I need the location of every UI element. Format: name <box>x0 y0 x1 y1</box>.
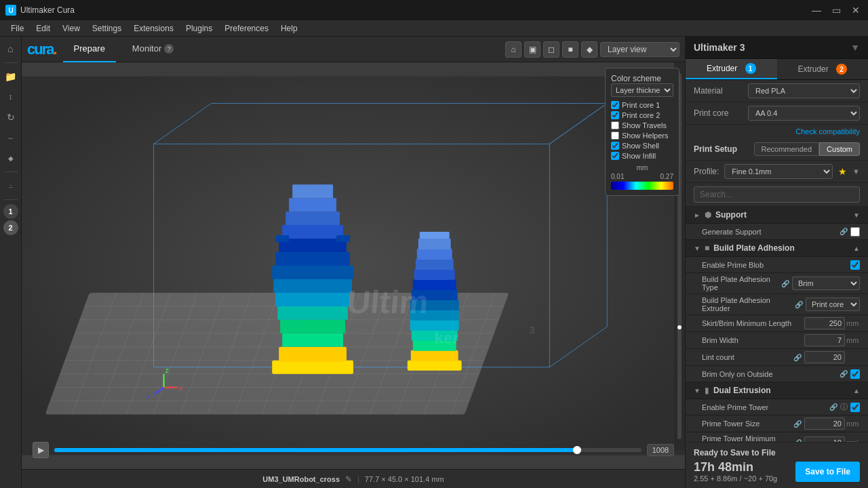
adhesion-type-select[interactable]: BrimSkirtRaftNone <box>792 277 860 290</box>
close-btn[interactable]: ✕ <box>849 5 863 16</box>
build-plate-arrow-icon: ▼ <box>694 245 701 252</box>
menu-settings[interactable]: Settings <box>87 22 127 35</box>
view-right-btn[interactable]: ◆ <box>581 41 597 58</box>
svg-rect-34 <box>279 347 347 362</box>
prime-tower-min-vol-input[interactable] <box>804 436 845 442</box>
viewport-3d[interactable]: Ultim ker 3 X Z Y Color scheme Layer thi… <box>22 62 685 469</box>
svg-rect-58 <box>414 269 455 280</box>
view-home-btn[interactable]: ⌂ <box>505 41 521 58</box>
skirt-brim-min-input[interactable] <box>804 317 845 329</box>
tool-mirror[interactable]: ↔ <box>1 128 20 147</box>
menu-preferences[interactable]: Preferences <box>219 22 274 35</box>
search-input[interactable] <box>694 186 860 203</box>
color-panel-title: Color scheme <box>611 74 673 83</box>
layer-number-display[interactable]: 1008 <box>647 444 674 456</box>
checkbox-print-core-1[interactable]: Print core 1 <box>611 101 673 109</box>
checkbox-show-infill[interactable]: Show Infill <box>611 152 673 160</box>
adhesion-type-link-icon[interactable]: 🔗 <box>781 280 789 287</box>
timeline-thumb[interactable] <box>573 446 581 454</box>
generate-support-checkbox[interactable] <box>850 227 860 237</box>
adhesion-extruder-select[interactable]: Print core 1 ▲ <box>806 298 860 311</box>
titlebar-left: U Ultimaker Cura <box>5 5 75 16</box>
svg-rect-37 <box>277 306 348 320</box>
right-panel-header: Ultimaker 3 ▼ <box>686 37 868 59</box>
tab-monitor[interactable]: Monitor ? <box>121 37 184 62</box>
profile-star-icon: ★ <box>838 166 847 177</box>
layer-slider-handle[interactable] <box>677 325 682 329</box>
status-separator: | <box>357 475 359 483</box>
menu-extensions[interactable]: Extensions <box>128 22 179 35</box>
menu-view[interactable]: View <box>57 22 85 35</box>
svg-text:3: 3 <box>529 325 534 336</box>
brim-line-count-input[interactable] <box>804 351 845 363</box>
prime-tower-size-input[interactable] <box>804 418 845 430</box>
main-area: ⌂ 📁 ↕ ↻ ↔ ◆ ⛬ 1 2 cura. Prepare Monitor … <box>0 37 868 488</box>
section-build-plate[interactable]: ▼ ■ Build Plate Adhesion ▲ <box>686 240 868 257</box>
section-support[interactable]: ► ⬢ Support ▼ <box>686 207 868 224</box>
adhesion-extruder-link-icon[interactable]: 🔗 <box>795 301 803 308</box>
brim-line-count-link-icon[interactable]: 🔗 <box>793 354 802 361</box>
tool-open[interactable]: 📁 <box>1 67 20 86</box>
param-adhesion-extruder: Build Plate Adhesion Extruder 🔗 Print co… <box>686 294 868 315</box>
play-button[interactable]: ▶ <box>33 442 49 458</box>
tab-prepare[interactable]: Prepare <box>63 37 116 62</box>
menu-edit[interactable]: Edit <box>31 22 56 35</box>
tool-rotate[interactable]: ↻ <box>1 108 20 127</box>
tool-home[interactable]: ⌂ <box>1 39 20 58</box>
enable-prime-blob-checkbox[interactable] <box>850 260 860 270</box>
view-fit-btn[interactable]: ▣ <box>524 41 540 58</box>
titlebar-controls[interactable]: — ▭ ✕ <box>809 5 863 16</box>
svg-rect-61 <box>418 239 451 249</box>
panel-collapse-btn[interactable]: ▼ <box>850 42 860 53</box>
section-dual-extrusion[interactable]: ▼ ▮ Dual Extrusion ▲ <box>686 382 868 399</box>
edit-filename-btn[interactable]: ✎ <box>345 474 352 484</box>
checkbox-print-core-2[interactable]: Print core 2 <box>611 111 673 119</box>
profile-menu-icon[interactable]: ▼ <box>852 167 860 176</box>
brim-width-input[interactable] <box>804 334 845 346</box>
maximize-btn[interactable]: ▭ <box>829 5 844 16</box>
titlebar: U Ultimaker Cura — ▭ ✕ <box>0 0 868 20</box>
save-to-file-btn[interactable]: Save to File <box>795 462 860 482</box>
extruder-1-btn[interactable]: 1 <box>3 204 18 219</box>
checkbox-show-helpers[interactable]: Show Helpers <box>611 131 673 140</box>
print-core-select[interactable]: AA 0.4 <box>748 106 860 121</box>
profile-select[interactable]: Fine 0.1mm Normal 0.15mm Fast 0.2mm <box>724 164 833 179</box>
svg-rect-47 <box>275 235 289 242</box>
menu-help[interactable]: Help <box>275 22 303 35</box>
view-front-btn[interactable]: ■ <box>562 41 578 58</box>
tool-support[interactable]: ◆ <box>1 148 20 167</box>
mode-custom-btn[interactable]: Custom <box>819 142 860 156</box>
check-compat-link[interactable]: Check compatibility <box>686 125 868 138</box>
prime-tower-size-link-icon[interactable]: 🔗 <box>793 420 802 428</box>
extruder-2-tab[interactable]: Extruder 2 <box>777 59 869 79</box>
generate-support-link-icon[interactable]: 🔗 <box>840 228 848 235</box>
view-mode-select[interactable]: Layer view Solid view X-ray view Wirefra… <box>600 42 679 57</box>
tool-scale[interactable]: ↕ <box>1 87 20 106</box>
menu-file[interactable]: File <box>5 22 29 35</box>
checkbox-show-shell[interactable]: Show Shell <box>611 142 673 150</box>
extruder-1-tab[interactable]: Extruder 1 <box>686 59 777 79</box>
svg-rect-44 <box>285 211 340 225</box>
prime-tower-link-icon[interactable]: 🔗 <box>829 403 837 411</box>
color-scheme-select[interactable]: Layer thickness <box>611 83 673 97</box>
tool-per-model[interactable]: ⛬ <box>1 176 20 195</box>
brim-outside-checkbox[interactable] <box>850 369 860 379</box>
brim-outside-link-icon[interactable]: 🔗 <box>840 370 848 378</box>
support-arrow-icon: ► <box>694 211 701 219</box>
prime-tower-info-icon[interactable]: ⓘ <box>840 402 848 412</box>
model-dimensions: 77.7 × 45.0 × 101.4 mm <box>365 475 444 483</box>
view-top-btn[interactable]: ◻ <box>543 41 559 58</box>
toolbar-divider-1 <box>4 62 18 63</box>
left-toolbar: ⌂ 📁 ↕ ↻ ↔ ◆ ⛬ 1 2 <box>0 37 22 488</box>
extruder-2-btn[interactable]: 2 <box>3 220 18 235</box>
menu-plugins[interactable]: Plugins <box>180 22 218 35</box>
timeline-track[interactable] <box>54 448 642 452</box>
material-select[interactable]: Red PLA <box>748 83 860 98</box>
save-size: 2.55 + 8.86m / ~20 + 70g <box>694 474 777 483</box>
material-row: Material Red PLA <box>686 80 868 102</box>
checkbox-show-travels[interactable]: Show Travels <box>611 121 673 129</box>
toolbar-divider-2 <box>4 171 18 172</box>
minimize-btn[interactable]: — <box>809 5 824 16</box>
mode-recommended-btn[interactable]: Recommended <box>754 142 820 156</box>
prime-tower-checkbox[interactable] <box>850 403 860 412</box>
